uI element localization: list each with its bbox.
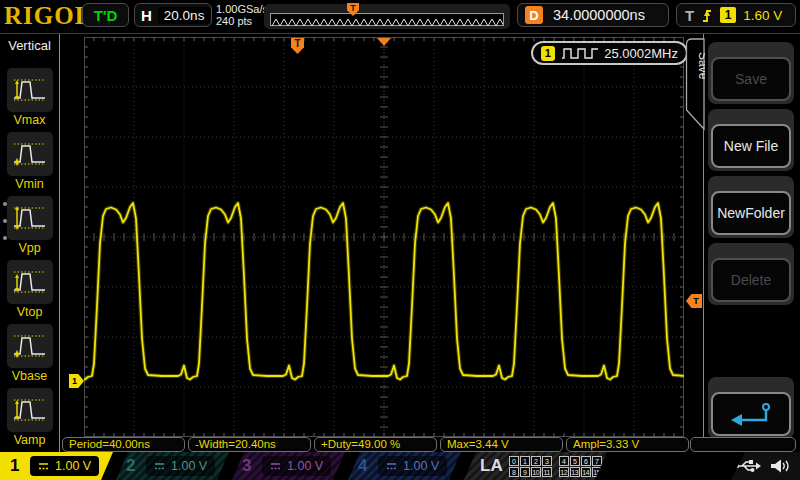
left-menu-title: Vertical	[0, 34, 59, 53]
measurement-3[interactable]: +Duty=49.00 %	[314, 437, 437, 452]
vtop-icon	[12, 267, 48, 297]
sidebar-item-vtop[interactable]: Vtop	[0, 260, 59, 319]
measurement-empty	[690, 437, 796, 452]
sidebar-item-vmin[interactable]: Vmin	[0, 132, 59, 191]
la-digit-15: 15	[592, 467, 602, 477]
trigger-settings-box[interactable]: T 1 1.60 V	[676, 3, 796, 27]
sidebar-item-vbase[interactable]: Vbase	[0, 324, 59, 383]
softkey-return-slot	[708, 377, 794, 439]
la-digit-gap	[553, 456, 558, 466]
softkey-return-button[interactable]	[711, 392, 791, 436]
menu-item-label: Vmin	[0, 177, 59, 191]
menu-page-dots	[3, 202, 7, 240]
la-digital-channels: 01234567 89101112131415	[509, 456, 602, 477]
measurement-1[interactable]: Period=40.00ns	[62, 437, 185, 452]
channel-3-number: 3	[242, 456, 258, 476]
channel-2-scale: 1.00 V	[146, 456, 215, 476]
delay-box[interactable]: D 34.0000000ns	[517, 3, 669, 27]
trigger-label: T	[685, 7, 694, 24]
graticule	[84, 37, 684, 437]
softkey-newfolder-button[interactable]: NewFolder	[711, 191, 791, 235]
oscilloscope-screen: RIGOL T'D H 20.0ns 1.00GSa/s 240 pts T D…	[0, 0, 800, 480]
la-status-segment[interactable]: LA 01234567 89101112131415	[464, 452, 607, 480]
trigger-level-value: 1.60 V	[743, 8, 782, 23]
memory-wave-icon	[271, 17, 503, 28]
vbase-icon	[12, 331, 48, 361]
la-digit-10: 10	[531, 467, 541, 477]
square-wave-icon	[561, 46, 599, 60]
menu-item-button[interactable]	[7, 388, 53, 432]
menu-item-button[interactable]	[7, 132, 53, 176]
timebase-value: 20.0ns	[158, 7, 211, 24]
dc-coupling-icon	[38, 462, 49, 471]
softkey-save-button[interactable]: Save	[711, 57, 791, 101]
la-digit-6: 6	[581, 456, 591, 466]
sidebar-item-vamp[interactable]: Vamp	[0, 388, 59, 447]
channel-3-scale: 1.00 V	[262, 456, 331, 476]
rising-edge-icon	[701, 7, 713, 24]
menu-item-button[interactable]	[7, 260, 53, 304]
vmax-icon	[12, 75, 48, 105]
channel-1-number: 1	[10, 456, 26, 476]
channel-2-segment[interactable]: 21.00 V	[116, 452, 229, 480]
la-digit-14: 14	[581, 467, 591, 477]
return-arrow-icon	[728, 401, 774, 427]
counter-frequency-value: 25.0002MHz	[604, 46, 678, 61]
channel-3-segment[interactable]: 31.00 V	[232, 452, 345, 480]
la-digit-2: 2	[531, 456, 541, 466]
menu-item-button[interactable]	[7, 68, 53, 112]
softkey-delete-button[interactable]: Delete	[711, 258, 791, 302]
horizontal-label: H	[141, 7, 152, 24]
measurement-5[interactable]: Ampl=3.33 V	[566, 437, 689, 452]
left-measure-menu: Vertical VmaxVminVppVtopVbaseVamp	[0, 34, 60, 452]
dc-coupling-icon	[270, 462, 281, 471]
channel-4-scale: 1.00 V	[378, 456, 447, 476]
menu-item-label: Vtop	[0, 305, 59, 319]
menu-item-label: Vbase	[0, 369, 59, 383]
menu-item-button[interactable]	[7, 196, 53, 240]
la-digit-gap	[553, 467, 558, 477]
system-status-icons	[731, 452, 800, 480]
sidebar-item-vpp[interactable]: Vpp	[0, 196, 59, 255]
sidebar-item-vmax[interactable]: Vmax	[0, 68, 59, 127]
la-digit-5: 5	[570, 456, 580, 466]
memory-depth: 240 pts	[216, 15, 268, 27]
channel-1-segment[interactable]: 11.00 V	[0, 452, 113, 480]
ch1-waveform-trace	[84, 37, 684, 437]
trigger-source-badge: 1	[720, 7, 736, 23]
top-status-bar: RIGOL T'D H 20.0ns 1.00GSa/s 240 pts T D…	[0, 0, 800, 34]
delay-label: D	[525, 6, 543, 24]
softkey-new-file-slot: New File	[708, 109, 794, 171]
la-digit-12: 12	[559, 467, 569, 477]
usb-icon	[734, 458, 761, 474]
softkey-new-file-button[interactable]: New File	[711, 124, 791, 168]
ch1-ground-marker-icon[interactable]: 1	[69, 374, 84, 388]
la-digit-4: 4	[559, 456, 569, 466]
waveform-memory-window	[270, 13, 504, 26]
la-digit-0: 0	[509, 456, 519, 466]
la-label: LA	[480, 456, 503, 476]
measurement-2[interactable]: -Width=20.40ns	[188, 437, 311, 452]
menu-item-label: Vpp	[0, 241, 59, 255]
la-digit-11: 11	[542, 467, 552, 477]
save-menu-tab[interactable]: Save	[685, 38, 705, 132]
vamp-icon	[12, 395, 48, 425]
menu-item-button[interactable]	[7, 324, 53, 368]
trigger-level-marker-icon[interactable]: T	[686, 294, 702, 308]
measurement-4[interactable]: Max=3.44 V	[440, 437, 563, 452]
softkey-save-slot: Save	[708, 42, 794, 104]
channel-status-bar: 11.00 V21.00 V31.00 V41.00 V LA 01234567…	[0, 452, 800, 480]
dc-coupling-icon	[386, 462, 397, 471]
dc-coupling-icon	[154, 462, 165, 471]
channel-4-segment[interactable]: 41.00 V	[348, 452, 461, 480]
rigol-logo: RIGOL	[4, 2, 92, 30]
horizontal-timebase-box[interactable]: H 20.0ns	[134, 3, 212, 27]
la-digit-9: 9	[520, 467, 530, 477]
channel-1-scale: 1.00 V	[30, 456, 99, 476]
save-tab-label: Save	[696, 52, 705, 80]
vpp-icon	[12, 203, 48, 233]
la-digit-7: 7	[592, 456, 602, 466]
channel-4-number: 4	[358, 456, 374, 476]
menu-item-label: Vamp	[0, 433, 59, 447]
softkey-delete-slot: Delete	[708, 243, 794, 305]
